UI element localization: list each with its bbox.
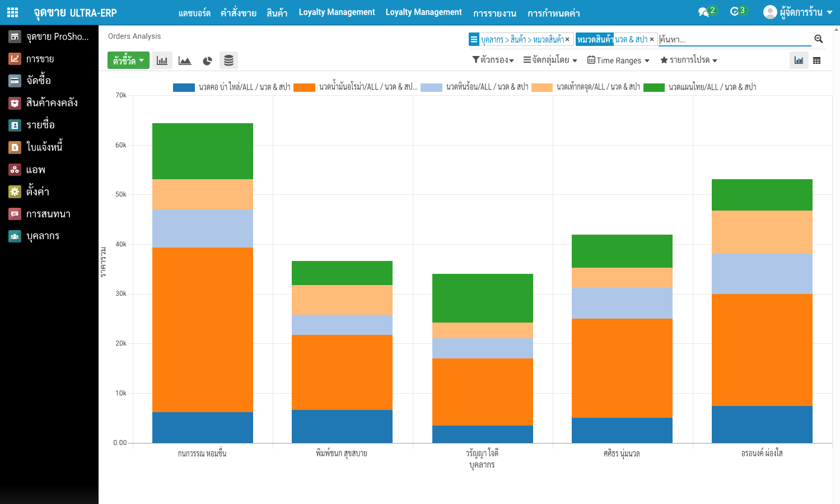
- svg-text:$: $: [13, 146, 16, 151]
